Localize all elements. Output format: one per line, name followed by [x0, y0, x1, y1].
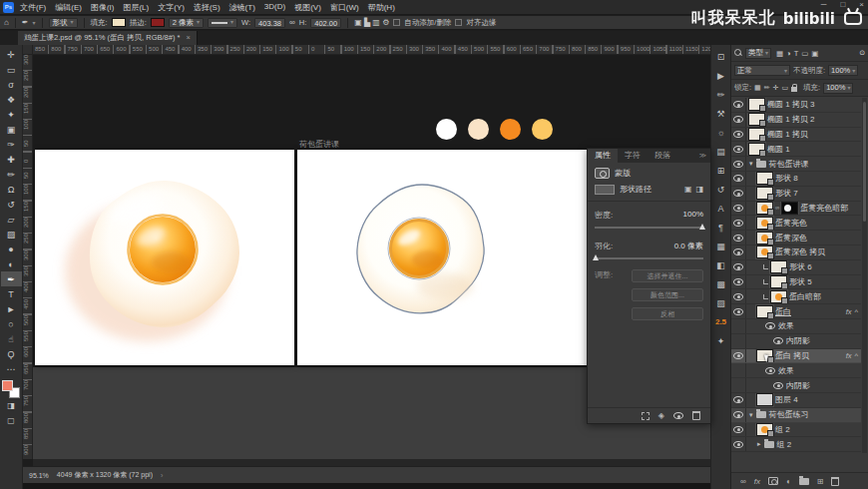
- status-arrow-icon[interactable]: ›: [161, 472, 163, 479]
- adjust-button-1[interactable]: 颜色范围...: [632, 288, 703, 301]
- layer-name[interactable]: 蛋白: [775, 306, 791, 317]
- layer-row-1[interactable]: 椭圆 1 拷贝 2: [731, 113, 861, 128]
- layer-name[interactable]: 内阴影: [786, 335, 810, 346]
- lock-option-icon-1[interactable]: ✏: [764, 84, 770, 92]
- color-swatch-2[interactable]: [500, 119, 521, 140]
- fill-opacity-select[interactable]: 100%▾: [823, 83, 853, 94]
- layer-name[interactable]: 荷包蛋练习: [769, 409, 809, 420]
- lock-option-icon-2[interactable]: ✛: [773, 84, 779, 92]
- patterns-panel-icon[interactable]: ▨: [711, 293, 730, 312]
- effect-eye-icon[interactable]: [773, 337, 783, 344]
- tool-mode-select[interactable]: 形状▾: [49, 18, 78, 28]
- canvas-artboard-1[interactable]: [35, 150, 294, 365]
- layer-name[interactable]: 椭圆 1 拷贝 3: [767, 99, 815, 110]
- layers-scrollbar[interactable]: [862, 98, 867, 453]
- history-brush-tool[interactable]: ↺: [1, 197, 22, 212]
- layer-visibility-toggle[interactable]: [731, 172, 746, 186]
- paragraph-panel-icon[interactable]: ¶: [711, 218, 730, 237]
- object-selection-tool[interactable]: ❖: [1, 92, 22, 107]
- layer-visibility-toggle[interactable]: [731, 187, 746, 201]
- path-op-icon-2[interactable]: ▥: [372, 18, 382, 27]
- character-panel-icon[interactable]: A: [711, 199, 730, 218]
- layer-visibility-toggle[interactable]: [731, 408, 746, 422]
- path-selection-tool[interactable]: ►: [1, 301, 22, 316]
- adjust-button-0[interactable]: 选择并遮住...: [632, 269, 703, 282]
- layer-visibility-toggle[interactable]: [731, 304, 746, 318]
- layer-row-3[interactable]: 椭圆 1: [731, 142, 861, 157]
- layer-visibility-toggle[interactable]: [731, 275, 746, 289]
- layer-row-15[interactable]: 效果: [731, 319, 861, 334]
- layer-thumbnail[interactable]: [749, 114, 764, 125]
- layer-row-12[interactable]: 形状 5: [731, 275, 861, 290]
- properties-tab-0[interactable]: 属性: [588, 149, 618, 163]
- mask-visibility-icon[interactable]: [673, 412, 683, 419]
- adjustment-layer-icon[interactable]: ◐: [786, 477, 791, 486]
- layer-visibility-toggle[interactable]: [731, 157, 746, 171]
- layer-name[interactable]: 椭圆 1 拷贝 2: [767, 114, 815, 125]
- filter-type-select[interactable]: 类型▾: [745, 48, 771, 59]
- adjust-button-2[interactable]: 反相: [632, 307, 703, 320]
- link-dimensions-icon[interactable]: ∞: [289, 18, 295, 27]
- layer-name[interactable]: 形状 8: [775, 173, 798, 184]
- layer-filter-icon-3[interactable]: ▭: [801, 49, 808, 58]
- layer-row-17[interactable]: 蛋白 拷贝fx^: [731, 349, 861, 364]
- layer-style-icon[interactable]: fx: [754, 477, 760, 486]
- menu-item-2[interactable]: 图像(I): [91, 2, 115, 13]
- layer-thumbnail[interactable]: [757, 306, 772, 317]
- home-icon[interactable]: ⌂: [4, 18, 9, 27]
- layer-row-19[interactable]: 内阴影: [731, 378, 861, 393]
- properties-tab-2[interactable]: 段落: [648, 149, 677, 163]
- layer-thumbnail[interactable]: [757, 173, 772, 184]
- layer-name[interactable]: 形状 6: [789, 261, 812, 272]
- swatches-panel-icon[interactable]: ▦: [711, 237, 730, 255]
- layer-thumbnail[interactable]: [757, 203, 772, 214]
- layer-row-10[interactable]: 蛋黄深色 拷贝: [731, 245, 861, 260]
- layer-visibility-toggle[interactable]: [731, 423, 746, 437]
- brush-settings-panel-icon[interactable]: ✏: [711, 85, 730, 104]
- menu-item-4[interactable]: 文字(Y): [158, 2, 185, 13]
- layer-visibility-toggle[interactable]: [731, 393, 746, 407]
- layer-name[interactable]: 形状 5: [789, 276, 812, 287]
- ruler-origin-corner[interactable]: [23, 45, 33, 55]
- collapse-effects-icon[interactable]: ^: [854, 351, 858, 360]
- properties-tab-1[interactable]: 字符: [618, 149, 648, 163]
- menu-item-9[interactable]: 窗口(W): [330, 2, 359, 13]
- layer-thumbnail[interactable]: [749, 99, 764, 110]
- layer-name[interactable]: 蛋黄深色 拷贝: [775, 246, 825, 257]
- layer-thumbnail[interactable]: [757, 424, 772, 435]
- layer-name[interactable]: 蛋白 拷贝: [775, 350, 809, 361]
- brush-tool[interactable]: ✏: [1, 167, 22, 182]
- color-swatch-1[interactable]: [468, 119, 489, 140]
- layer-row-9[interactable]: 蛋黄深色: [731, 231, 861, 245]
- new-layer-icon[interactable]: ⊞: [817, 477, 824, 486]
- mask-mode-icon-1[interactable]: ◨: [695, 185, 703, 194]
- layer-filter-icon-0[interactable]: ▦: [776, 49, 783, 58]
- density-slider[interactable]: [595, 227, 703, 229]
- pen-tool-preset-icon[interactable]: ✒: [22, 18, 29, 27]
- layer-name[interactable]: 椭圆 1: [767, 144, 790, 155]
- edit-toolbar[interactable]: ⋯: [1, 361, 22, 376]
- layer-visibility-toggle[interactable]: [731, 260, 746, 274]
- apply-mask-icon[interactable]: ◈: [658, 411, 664, 420]
- canvas-scrollbar[interactable]: [33, 459, 710, 466]
- opacity-select[interactable]: 100%▾: [828, 65, 858, 76]
- zoom-tool[interactable]: Ϙ: [1, 346, 22, 361]
- effect-eye-icon[interactable]: [773, 382, 783, 389]
- learn-panel-icon[interactable]: ☼: [711, 123, 730, 142]
- fill-color-swatch[interactable]: [112, 18, 126, 27]
- delete-layer-icon[interactable]: [831, 477, 839, 486]
- history-panel-icon[interactable]: ↺: [711, 180, 730, 199]
- actions-panel-icon[interactable]: ▶: [711, 66, 730, 85]
- layer-row-13[interactable]: 蛋白暗部: [731, 289, 861, 304]
- menu-item-0[interactable]: 文件(F): [20, 2, 46, 13]
- auto-add-checkbox[interactable]: [393, 19, 400, 26]
- layer-visibility-toggle[interactable]: [731, 334, 746, 348]
- layer-row-20[interactable]: 图层 4: [731, 393, 861, 408]
- layer-visibility-toggle[interactable]: [731, 98, 746, 112]
- layer-name[interactable]: 内阴影: [786, 380, 810, 391]
- blur-tool[interactable]: ●: [1, 242, 22, 256]
- link-layers-icon[interactable]: ∞: [740, 477, 746, 486]
- layer-thumbnail[interactable]: [749, 144, 764, 155]
- layer-effects-icon[interactable]: fx: [846, 307, 852, 316]
- path-op-icon-3[interactable]: ⚙: [382, 18, 389, 27]
